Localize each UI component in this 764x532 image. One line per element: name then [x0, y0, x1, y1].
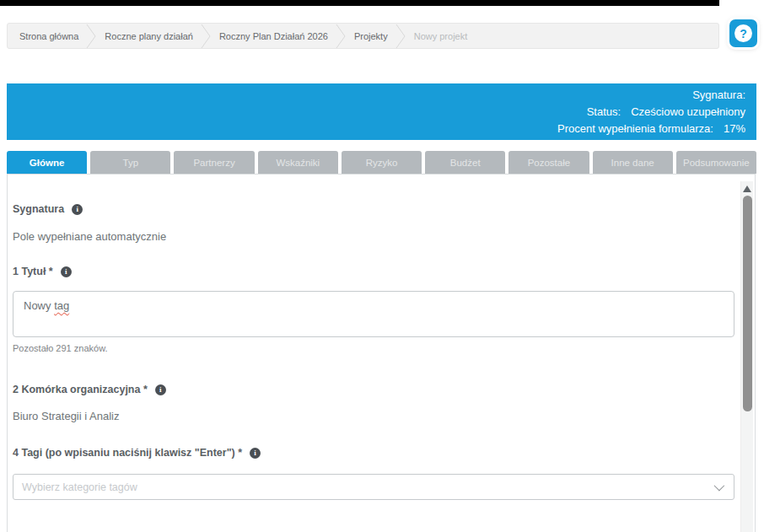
- title-field-label-text: 1 Tytuł *: [13, 266, 53, 277]
- question-mark-icon: ?: [734, 24, 752, 42]
- breadcrumb: Strona główna Roczne plany działań Roczn…: [7, 23, 719, 49]
- info-icon[interactable]: i: [250, 448, 261, 459]
- status-row: Status: Cześciowo uzupełniony: [587, 104, 745, 121]
- org-unit-field-label-text: 2 Komórka organizacyjna *: [13, 384, 148, 395]
- breadcrumb-item-home[interactable]: Strona główna: [19, 31, 78, 41]
- info-icon[interactable]: i: [61, 266, 72, 277]
- help-button[interactable]: ?: [729, 19, 757, 47]
- tab-typ[interactable]: Typ: [90, 151, 170, 174]
- breadcrumb-separator-icon: [201, 24, 212, 48]
- org-unit-field-label: 2 Komórka organizacyjna * i: [13, 384, 166, 395]
- title-field-label: 1 Tytuł * i: [13, 266, 72, 277]
- breadcrumb-item-new-project: Nowy projekt: [414, 31, 468, 41]
- tags-select[interactable]: Wybierz kategorie tagów: [13, 474, 734, 500]
- breadcrumb-separator-icon: [86, 24, 97, 48]
- signature-field-label-text: Sygnatura: [13, 203, 64, 215]
- info-icon[interactable]: i: [155, 384, 166, 395]
- characters-remaining-hint: Pozostało 291 znaków.: [13, 343, 108, 353]
- breadcrumb-item-annual-plans[interactable]: Roczne plany działań: [105, 31, 193, 41]
- info-icon[interactable]: i: [72, 204, 83, 215]
- title-input-misspelled: tag: [54, 299, 69, 312]
- status-value: Cześciowo uzupełniony: [631, 104, 745, 121]
- signature-label: Sygnatura:: [692, 87, 745, 104]
- tags-select-placeholder: Wybierz kategorie tagów: [22, 481, 137, 493]
- signature-field-label: Sygnatura i: [13, 203, 83, 215]
- scroll-up-icon[interactable]: [743, 185, 751, 192]
- chevron-down-icon: [714, 481, 725, 492]
- progress-label: Procent wypełnienia formularza:: [557, 121, 713, 137]
- title-input-text: Nowy: [24, 299, 54, 312]
- tab-partnerzy[interactable]: Partnerzy: [174, 151, 254, 174]
- signature-row: Sygnatura:: [692, 87, 745, 104]
- scrollbar-thumb[interactable]: [743, 196, 752, 411]
- tab-glowne[interactable]: Główne: [7, 151, 87, 174]
- tab-bar: Główne Typ Partnerzy Wskaźniki Ryzyko Bu…: [7, 151, 756, 174]
- status-label: Status:: [587, 104, 621, 121]
- tab-podsumowanie[interactable]: Podsumowanie: [676, 151, 756, 174]
- tab-budzet[interactable]: Budżet: [425, 151, 505, 174]
- breadcrumb-separator-icon: [395, 24, 406, 48]
- tab-inne-dane[interactable]: Inne dane: [593, 151, 673, 174]
- tab-ryzyko[interactable]: Ryzyko: [342, 151, 422, 174]
- tags-field-label: 4 Tagi (po wpisaniu naciśnij klawisz "En…: [13, 447, 261, 459]
- breadcrumb-item-plan-2026[interactable]: Roczny Plan Działań 2026: [219, 31, 328, 41]
- progress-value: 17%: [724, 121, 745, 137]
- tab-pozostale[interactable]: Pozostałe: [508, 151, 589, 174]
- tags-field-label-text: 4 Tagi (po wpisaniu naciśnij klawisz "En…: [13, 447, 242, 459]
- signature-field-value: Pole wypełniane automatycznie: [13, 230, 166, 243]
- scrollbar-track[interactable]: [740, 181, 753, 532]
- tab-wskazniki[interactable]: Wskaźniki: [258, 151, 338, 174]
- form-panel: Sygnatura i Pole wypełniane automatyczni…: [7, 174, 756, 532]
- breadcrumb-separator-icon: [336, 24, 347, 48]
- title-input[interactable]: Nowy tag: [13, 291, 734, 337]
- top-black-bar: [0, 0, 719, 6]
- org-unit-field-value: Biuro Strategii i Analiz: [13, 410, 119, 422]
- breadcrumb-item-projects[interactable]: Projekty: [354, 31, 388, 41]
- progress-row: Procent wypełnienia formularza: 17%: [557, 121, 745, 137]
- status-band: Sygnatura: Status: Cześciowo uzupełniony…: [7, 83, 756, 140]
